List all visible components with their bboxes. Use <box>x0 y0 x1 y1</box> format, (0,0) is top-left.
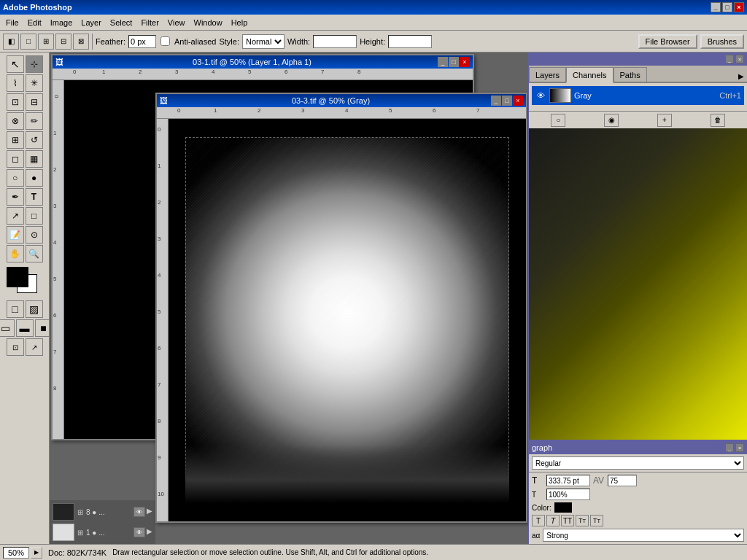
brush-tool[interactable]: ✏ <box>26 112 43 130</box>
thumbnail-2-eye[interactable]: 👁 <box>133 527 145 537</box>
channel-circle-icon[interactable]: ○ <box>551 114 565 127</box>
eyedropper-tool[interactable]: ⊙ <box>26 226 43 244</box>
menu-layer[interactable]: Layer <box>77 17 106 28</box>
font-size-input[interactable] <box>546 475 590 486</box>
all-caps-btn[interactable]: TT <box>561 515 574 526</box>
lasso-tool[interactable]: ⌇ <box>7 74 24 92</box>
add-selection-btn[interactable]: ⊞ <box>38 34 54 50</box>
magic-wand-tool[interactable]: ✳ <box>26 74 43 92</box>
standard-mode[interactable]: □ <box>7 300 24 318</box>
zoom-tool[interactable]: 🔍 <box>26 245 43 262</box>
foreground-background-colors[interactable] <box>7 267 43 296</box>
standard-screen[interactable]: ▭ <box>0 319 15 337</box>
close-button[interactable]: × <box>734 2 744 12</box>
thumbnail-1-btn[interactable]: ⊞ <box>77 508 83 516</box>
superscript-btn[interactable]: TT <box>576 515 589 526</box>
brushes-button[interactable]: Brushes <box>700 34 744 49</box>
path-selection-tool[interactable]: ↗ <box>7 207 24 225</box>
full-screen[interactable]: ■ <box>35 319 50 337</box>
thumbnail-2-btn[interactable]: ⊞ <box>77 529 83 537</box>
feather-input[interactable] <box>128 35 156 48</box>
doc1-title-bar[interactable]: 🖼 03-1.tif @ 50% (Layer 1, Alpha 1) _ □ … <box>53 55 473 69</box>
anti-alias-checkbox[interactable] <box>160 36 170 46</box>
file-browser-button[interactable]: File Browser <box>638 34 697 49</box>
menu-view[interactable]: View <box>163 17 190 28</box>
channels-tab[interactable]: Channels <box>566 67 613 83</box>
channel-mask-icon[interactable]: ◉ <box>604 114 619 127</box>
char-color-swatch[interactable] <box>554 502 572 513</box>
maximize-button[interactable]: □ <box>722 2 732 12</box>
new-selection-btn[interactable]: □ <box>20 34 36 50</box>
tool-options-btn[interactable]: ◧ <box>3 34 19 50</box>
subtract-selection-btn[interactable]: ⊟ <box>55 34 71 50</box>
char-panel-minimize[interactable]: _ <box>725 443 734 452</box>
channel-eye-icon[interactable]: 👁 <box>535 90 546 101</box>
doc2-maximize[interactable]: □ <box>502 96 512 106</box>
doc2-close[interactable]: × <box>513 96 523 106</box>
stamp-tool[interactable]: ⊞ <box>7 131 24 149</box>
char-mode-select[interactable]: Regular <box>532 456 744 470</box>
menu-select[interactable]: Select <box>106 17 137 28</box>
layers-tab[interactable]: Layers <box>529 67 566 82</box>
height-input[interactable] <box>388 35 432 48</box>
thumbnail-item-1[interactable]: ⊞ 8 ● ... 👁 ▶ <box>51 502 154 522</box>
bold-btn[interactable]: T <box>532 515 545 526</box>
zoom-display[interactable]: 50% <box>3 547 29 559</box>
panel-minimize[interactable]: _ <box>725 55 734 63</box>
thumbnail-1-more[interactable]: ▶ <box>147 507 152 517</box>
menu-help[interactable]: Help <box>227 17 252 28</box>
slice-tool[interactable]: ⊟ <box>26 93 43 111</box>
antialias-select[interactable]: Strong <box>543 529 744 542</box>
char-row-3: Color: <box>532 502 744 513</box>
intersect-selection-btn[interactable]: ⊠ <box>73 34 89 50</box>
width-input[interactable] <box>313 35 357 48</box>
thumbnail-2-more[interactable]: ▶ <box>147 527 152 537</box>
notes-tool[interactable]: 📝 <box>7 226 24 244</box>
tool-row-imagemap: ⊡ ↗ <box>7 338 43 356</box>
shape-tool[interactable]: □ <box>26 207 43 225</box>
leading-input[interactable] <box>608 475 637 486</box>
healing-brush-tool[interactable]: ⊗ <box>7 112 24 130</box>
char-panel-close[interactable]: × <box>735 443 744 452</box>
status-arrow[interactable]: ▶ <box>31 547 42 559</box>
type-tool[interactable]: T <box>26 188 43 206</box>
menu-image[interactable]: Image <box>46 17 77 28</box>
burn-tool[interactable]: ● <box>26 169 43 187</box>
eraser-tool[interactable]: ◻ <box>7 150 24 168</box>
dodge-tool[interactable]: ○ <box>7 169 24 187</box>
menu-file[interactable]: File <box>1 17 23 28</box>
minimize-button[interactable]: _ <box>711 2 721 12</box>
subscript-btn[interactable]: TT <box>590 515 603 526</box>
doc1-close[interactable]: × <box>460 57 470 67</box>
panel-tabs-arrow[interactable]: ▶ <box>735 71 747 82</box>
channel-new-icon[interactable]: + <box>657 114 672 127</box>
hand-tool[interactable]: ✋ <box>7 245 24 262</box>
thumbnail-item-2[interactable]: ⊞ 1 ● ... 👁 ▶ <box>51 522 154 542</box>
jump-to-imageready[interactable]: ↗ <box>26 338 43 356</box>
channel-delete-icon[interactable]: 🗑 <box>711 114 725 127</box>
menu-window[interactable]: Window <box>190 17 227 28</box>
doc1-maximize[interactable]: □ <box>449 57 459 67</box>
doc2-title-bar[interactable]: 🖼 03-3.tif @ 50% (Gray) _ □ × <box>157 94 526 107</box>
doc1-minimize[interactable]: _ <box>438 57 448 67</box>
doc2-minimize[interactable]: _ <box>491 96 501 106</box>
selection-tool[interactable]: ⊹ <box>26 55 43 73</box>
scale-input[interactable] <box>546 489 590 500</box>
channel-row-gray[interactable]: 👁 Gray Ctrl+1 <box>532 86 744 105</box>
full-screen-menu[interactable]: ▬ <box>16 319 34 337</box>
italic-btn[interactable]: T <box>546 515 560 526</box>
quick-mask-mode[interactable]: ▨ <box>26 300 43 318</box>
crop-tool[interactable]: ⊡ <box>7 93 24 111</box>
imagemap-tool[interactable]: ⊡ <box>7 338 24 356</box>
foreground-color[interactable] <box>7 267 28 287</box>
style-select[interactable]: Normal <box>242 34 285 49</box>
panel-close[interactable]: × <box>735 55 744 63</box>
paths-tab[interactable]: Paths <box>614 67 647 82</box>
move-tool[interactable]: ↖ <box>7 55 24 73</box>
thumbnail-1-eye[interactable]: 👁 <box>133 507 145 517</box>
history-brush-tool[interactable]: ↺ <box>26 131 43 149</box>
gradient-tool[interactable]: ▦ <box>26 150 43 168</box>
pen-tool[interactable]: ✒ <box>7 188 24 206</box>
menu-edit[interactable]: Edit <box>23 17 46 28</box>
menu-filter[interactable]: Filter <box>136 17 163 28</box>
